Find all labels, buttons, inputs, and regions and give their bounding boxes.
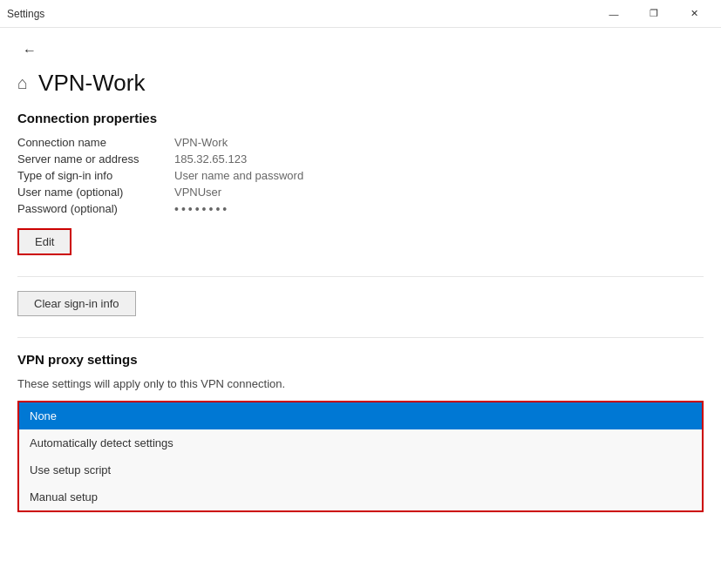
prop-label-1: Server name or address [17, 152, 174, 166]
back-icon: ← [23, 43, 37, 58]
prop-label-3: User name (optional) [17, 186, 174, 199]
clear-signin-section: Clear sign-in info [0, 291, 721, 330]
vpn-proxy-title: VPN proxy settings [17, 352, 704, 367]
prop-value-4: •••••••• [174, 202, 704, 216]
prop-label-2: Type of sign-in info [17, 169, 174, 182]
prop-value-3: VPNUser [174, 186, 704, 199]
proxy-description: These settings will apply only to this V… [17, 377, 704, 390]
page-header: ⌂ VPN-Work [0, 66, 721, 111]
prop-value-0: VPN-Work [174, 136, 704, 149]
divider-2 [17, 337, 704, 338]
home-icon: ⌂ [17, 73, 28, 93]
edit-button[interactable]: Edit [17, 228, 71, 255]
prop-label-0: Connection name [17, 136, 174, 149]
restore-button[interactable]: ❐ [634, 0, 674, 28]
back-button[interactable]: ← [17, 38, 42, 63]
prop-value-1: 185.32.65.123 [174, 152, 704, 166]
proxy-option-manual[interactable]: Manual setup [19, 483, 702, 510]
properties-table: Connection name VPN-Work Server name or … [17, 136, 704, 216]
connection-properties-section: Connection properties Connection name VP… [0, 111, 721, 269]
title-bar-controls: — ❐ ✕ [594, 0, 714, 28]
minimize-button[interactable]: — [594, 0, 634, 28]
title-bar-title: Settings [7, 8, 44, 20]
nav-row: ← [0, 28, 721, 66]
proxy-options-list: None Automatically detect settings Use s… [17, 401, 704, 512]
divider-1 [17, 276, 704, 277]
prop-value-2: User name and password [174, 169, 704, 182]
page-title: VPN-Work [38, 70, 145, 97]
prop-label-4: Password (optional) [17, 202, 174, 216]
connection-properties-title: Connection properties [17, 111, 704, 125]
proxy-option-script[interactable]: Use setup script [19, 456, 702, 483]
vpn-proxy-section: VPN proxy settings These settings will a… [0, 352, 721, 526]
title-bar: Settings — ❐ ✕ [0, 0, 721, 28]
proxy-option-auto[interactable]: Automatically detect settings [19, 429, 702, 456]
clear-signin-button[interactable]: Clear sign-in info [17, 291, 136, 316]
proxy-option-none[interactable]: None [19, 402, 702, 429]
content-area: ← ⌂ VPN-Work Connection properties Conne… [0, 28, 721, 588]
title-bar-left: Settings [7, 8, 594, 20]
close-button[interactable]: ✕ [674, 0, 714, 28]
